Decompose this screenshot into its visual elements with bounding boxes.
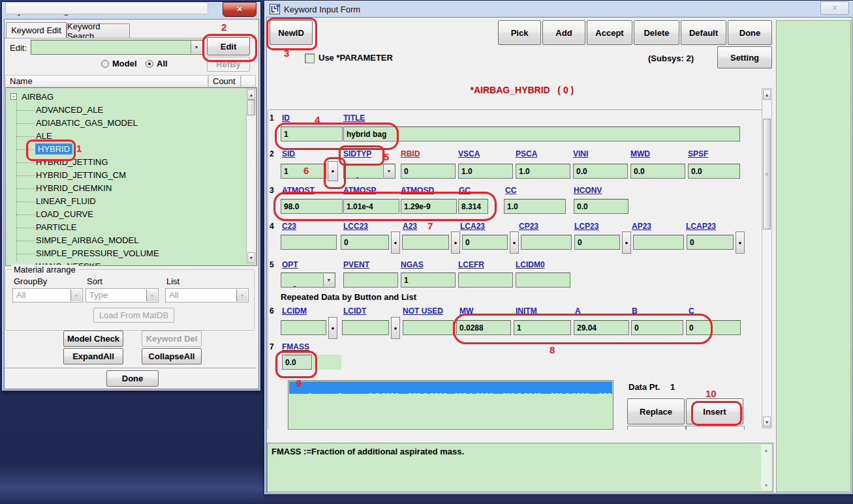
tree-item[interactable]: SIMPLE_PRESSURE_VOLUME [6,247,241,260]
column-header-name[interactable] [5,2,208,14]
fmass-field[interactable]: 0.0 [282,355,312,370]
psca-field[interactable]: 1.0 [516,164,570,179]
pvent-field[interactable] [343,273,398,288]
field-label-title[interactable]: TITLE [343,113,365,123]
tab-keyword-edit[interactable]: Keyword Edit [6,22,67,38]
tab-keyword-search[interactable]: Keyword Search [67,23,130,38]
scroll-up-icon[interactable]: ▲ [762,445,771,454]
field-label-mw[interactable]: MW [459,306,473,316]
refby-button[interactable]: RefBy [207,57,250,72]
vsca-field[interactable]: 1.0 [458,164,513,179]
chevron-down-icon[interactable]: ▼ [191,41,202,53]
list-combobox[interactable]: All ▼ [165,288,249,303]
delete-button[interactable]: Delete [634,20,679,45]
initm-field[interactable]: 1 [514,320,571,335]
form-scrollbar[interactable]: ▲ ≡ ▼ [762,88,772,428]
sid-pick-dot-button[interactable]: ● [328,161,338,181]
lcp23-pick-dot-button[interactable]: ● [622,231,631,254]
field-label-cp23[interactable]: CP23 [519,222,538,231]
lca23-field[interactable]: 0 [462,235,508,250]
tree-item[interactable]: HYBRID_JETTING [6,156,241,169]
sidtyp-combobox[interactable]: 1 ▼ [343,164,395,179]
field-label-atmosp[interactable]: ATMOSP [343,186,376,195]
tree-item[interactable]: SIMPLE_AIRBAG_MODEL [6,234,241,247]
lcidt-field[interactable] [342,320,389,335]
field-label-lca23[interactable]: LCA23 [460,222,485,231]
field-label-a[interactable]: A [575,306,581,316]
field-label-rbid[interactable]: RBID [401,149,420,158]
field-label-mwd[interactable]: MWD [630,149,650,158]
setting-button[interactable]: Setting [717,46,772,68]
field-label-atmosd[interactable]: ATMOSD [401,186,434,195]
lcc23-field[interactable]: 0 [341,235,389,250]
field-label-sid[interactable]: SID [282,149,295,158]
field-label-lcc23[interactable]: LCC23 [343,222,368,231]
tree-root-label[interactable]: AIRBAG [22,92,54,102]
field-label-lcidm0[interactable]: LCIDM0 [516,260,545,269]
vini-field[interactable]: 0.0 [573,164,628,179]
data-point-list[interactable]: 1 0 0 0.0000e+000 2.8800e-002 1.0000e+00… [288,380,613,430]
mw-field[interactable]: 0.0288 [456,320,511,335]
close-button-disabled[interactable]: ✕ [820,1,849,15]
tree-item[interactable]: ADIABATIC_GAS_MODEL [6,117,241,130]
field-label-sidtyp[interactable]: SIDTYP [343,149,371,158]
scroll-up-icon[interactable]: ▲ [247,89,255,100]
done-button[interactable]: Done [728,20,772,45]
use-parameter-checkbox[interactable] [305,53,315,63]
tree-item[interactable]: ALE [6,130,241,143]
scroll-up-icon[interactable]: ▲ [763,89,771,100]
tree-item[interactable]: ADVANCED_ALE [6,104,241,117]
cc-field[interactable]: 1.0 [504,199,566,214]
a-field[interactable]: 29.04 [574,320,629,335]
scroll-down-icon[interactable]: ▼ [763,417,771,427]
ngas-field[interactable]: 1 [401,273,456,288]
collapse-all-button[interactable]: CollapseAll [142,348,202,364]
field-label-c23[interactable]: C23 [282,222,296,231]
sort-combobox[interactable]: Type ▼ [85,288,159,303]
field-label-vsca[interactable]: VSCA [458,149,480,158]
field-label-atmost[interactable]: ATMOST [282,186,315,195]
a23-field[interactable] [402,235,449,250]
default-button[interactable]: Default [681,20,726,45]
load-from-matdb-button[interactable]: Load From MatDB [93,308,174,323]
keyword-tree[interactable]: − AIRBAG ADVANCED_ALE ADIABATIC_GAS_MODE… [5,87,257,266]
field-label-id[interactable]: ID [282,113,290,123]
all-radio[interactable] [146,60,153,68]
field-label-not-used[interactable]: NOT USED [403,306,443,316]
tree-item[interactable]: LOAD_CURVE [6,208,241,221]
field-label-spsf[interactable]: SPSF [688,149,708,158]
chevron-down-icon[interactable]: ▼ [383,165,394,177]
rbid-field[interactable]: 0 [401,164,456,179]
help-scrollbar[interactable]: ▲ ▼ [761,445,771,490]
column-header-name[interactable]: Name [5,75,208,87]
done-button[interactable]: Done [106,370,159,387]
tree-item[interactable]: HYBRID_CHEMKIN [6,182,241,195]
lca23-pick-dot-button[interactable]: ● [510,231,519,254]
pick-button[interactable]: Pick [498,20,541,45]
ap23-field[interactable] [633,235,684,250]
field-label-gc[interactable]: GC [459,186,471,195]
atmosd-field[interactable]: 1.29e-9 [401,199,457,214]
field-label-cc[interactable]: CC [505,186,516,195]
cp23-field[interactable] [521,235,572,250]
lcefr-field[interactable] [458,273,513,288]
b-field[interactable]: 0 [631,320,683,335]
groupby-combobox[interactable]: All ▼ [12,288,83,303]
field-label-c[interactable]: C [689,306,694,316]
field-label-fmass[interactable]: FMASS [282,342,309,351]
lcidm-field[interactable] [281,320,326,335]
atmosp-field[interactable]: 1.01e-4 [343,199,399,214]
insert-button[interactable]: Insert [686,398,743,424]
tree-item[interactable]: LINEAR_FLUID [6,195,241,208]
gc-field[interactable]: 8.314 [458,199,488,214]
id-field[interactable]: 1 [281,126,343,141]
field-label-lcap23[interactable]: LCAP23 [686,222,716,231]
add-button[interactable]: Add [542,20,585,45]
field-label-psca[interactable]: PSCA [516,149,537,158]
tree-scrollbar[interactable]: ▲ ▼ [246,88,256,264]
atmost-field[interactable]: 98.0 [281,199,343,214]
scroll-down-icon[interactable]: ▼ [762,481,771,490]
lcidm0-field[interactable] [516,273,570,288]
tree-item[interactable]: HYBRID_JETTING_CM [6,169,241,182]
field-label-lcefr[interactable]: LCEFR [458,260,484,269]
